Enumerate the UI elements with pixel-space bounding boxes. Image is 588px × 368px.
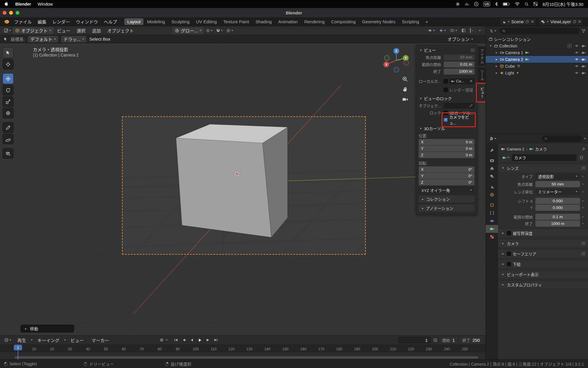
duplicate-icon[interactable] — [525, 20, 529, 24]
view-lock-header[interactable]: ▾ ビューのロック — [419, 95, 475, 102]
workspace-tab-scripting[interactable]: Scripting — [399, 18, 422, 25]
jump-next-keyframe-button[interactable] — [204, 337, 211, 343]
decorator-dot[interactable] — [580, 223, 585, 224]
viewport-3d[interactable]: カメラ・透視投影 (1) Collection | Camera 2 — [0, 43, 485, 335]
navigation-gizmo[interactable]: Z X Y — [382, 46, 410, 74]
lens-section-header[interactable]: ▾ レンズ — [498, 164, 588, 172]
tab-scene[interactable] — [486, 183, 498, 191]
pivot-point-dropdown[interactable] — [204, 27, 214, 34]
use-preview-range-icon[interactable] — [433, 338, 437, 342]
shading-dropdown-caret[interactable] — [479, 30, 481, 31]
tool-measure[interactable] — [3, 134, 14, 144]
section-safe-areas[interactable]: ▸ セーフエリア — [498, 249, 588, 258]
background-images-checkbox[interactable] — [507, 262, 511, 266]
cursor-rot-z-field[interactable]: Z0° — [419, 179, 475, 185]
workspace-tab-uv-editing[interactable]: UV Editing — [193, 18, 220, 25]
clip-start-field[interactable]: 0.1 m — [535, 214, 580, 220]
decorator-dot[interactable] — [580, 207, 585, 208]
tab-physics[interactable] — [486, 217, 498, 225]
focal-length-field[interactable]: 50 mm — [444, 54, 475, 60]
properties-editor-type-button[interactable] — [488, 135, 498, 142]
breadcrumb-data[interactable]: カメラ — [535, 146, 547, 152]
keying-caret[interactable] — [166, 339, 168, 341]
disable-render-camera-icon[interactable] — [582, 57, 586, 62]
disable-render-camera-icon[interactable] — [582, 44, 586, 48]
cursor-panel-header[interactable]: ▾ 3Dカーソル — [419, 125, 475, 132]
local-camera-checkbox[interactable] — [444, 79, 448, 83]
safe-areas-checkbox[interactable] — [507, 252, 511, 256]
camera-view-button[interactable] — [402, 96, 408, 102]
workspace-tab-geometry-nodes[interactable]: Geometry Nodes — [359, 18, 398, 25]
timeline-menu-playback[interactable]: 再生 — [14, 337, 29, 343]
workspace-tab-modeling[interactable]: Modeling — [144, 18, 168, 25]
fake-user-button[interactable] — [578, 154, 585, 161]
menu-edit[interactable]: 編集 — [35, 19, 49, 25]
expand-icon[interactable]: ▸ — [495, 64, 499, 68]
hide-eye-icon[interactable] — [574, 71, 579, 75]
menu-render[interactable]: レンダー — [49, 19, 73, 25]
menubar-clock[interactable]: 8月10日(水) 午後3:30 — [542, 1, 583, 7]
battery-icon[interactable] — [503, 2, 510, 6]
tab-constraints[interactable] — [486, 209, 498, 217]
status-circle-icon[interactable] — [455, 2, 460, 6]
bluetooth-icon[interactable] — [495, 2, 498, 6]
properties-options-caret[interactable] — [584, 138, 586, 139]
local-camera-field[interactable]: Ca... ✕ — [449, 78, 475, 84]
cursor-loc-z-field[interactable]: Z0 m — [419, 152, 475, 158]
tab-tool[interactable] — [486, 146, 498, 154]
expand-icon[interactable]: ▾ — [489, 44, 493, 48]
section-depth-of-field[interactable]: ▸ 被写界深度 — [498, 229, 588, 237]
viewport-menu-object[interactable]: オブジェクト — [104, 27, 137, 34]
focal-length-field[interactable]: 50 mm — [535, 181, 580, 187]
timeline-menu-marker[interactable]: マーカー — [88, 337, 112, 343]
outliner-row-collection[interactable]: ▾ Collection ✓ — [486, 42, 588, 49]
operator-redo-panel[interactable]: ▸ 移動 — [21, 325, 74, 332]
panel-grip-icon[interactable] — [582, 252, 585, 255]
breadcrumb-object[interactable]: Camera 2 — [507, 147, 524, 151]
add-workspace-button[interactable]: + — [422, 18, 431, 25]
pin-icon[interactable] — [582, 147, 585, 151]
camera-to-view-checkbox[interactable]: ✓ — [444, 118, 448, 122]
eyedropper-icon[interactable] — [469, 104, 473, 107]
proportional-edit-toggle[interactable] — [225, 27, 235, 34]
filter-funnel-icon[interactable] — [582, 29, 586, 33]
collection-panel-header[interactable]: ▸ コレクション — [419, 195, 475, 203]
id-name-field[interactable]: カメラ — [512, 154, 577, 161]
frame-start-field[interactable]: 開始1 — [440, 337, 457, 343]
mode-dropdown[interactable]: オブジェクト — [13, 27, 54, 34]
overlays-dropdown[interactable] — [449, 27, 459, 34]
menu-file[interactable]: ファイル — [11, 19, 35, 25]
collection-exclude-checkbox[interactable]: ✓ — [567, 44, 572, 48]
outliner-row-scene-collection[interactable]: シーンコレクション — [486, 36, 588, 42]
menu-help[interactable]: ヘルプ — [101, 19, 120, 25]
shift-y-field[interactable]: 0.000 — [535, 205, 580, 211]
decorator-dot[interactable] — [580, 176, 585, 177]
sidebar-tab-tool[interactable]: ツール — [478, 67, 485, 84]
tool-options-dropdown[interactable]: オプション — [447, 36, 482, 42]
object-visibility-dropdown[interactable] — [426, 27, 436, 34]
menu-window[interactable]: ウィンドウ — [73, 19, 101, 25]
workspace-tab-layout[interactable]: Layout — [124, 18, 143, 25]
sidebar-tab-item[interactable]: アイテム — [478, 46, 485, 66]
disable-render-camera-icon[interactable] — [582, 71, 586, 75]
coord-system-dropdown[interactable]: デフォルト — [28, 36, 58, 42]
snap-toggle[interactable] — [215, 27, 224, 34]
wifi-icon[interactable] — [515, 2, 520, 6]
lens-type-dropdown[interactable]: 透視投影 — [535, 173, 580, 180]
annotation-panel-header[interactable]: ▸ アノテーション — [419, 205, 475, 212]
dof-checkbox[interactable] — [507, 231, 511, 235]
panel-grip-icon[interactable] — [582, 167, 585, 169]
tool-move[interactable] — [3, 73, 14, 84]
tool-scale[interactable] — [3, 96, 14, 107]
gizmo-dropdown[interactable] — [437, 27, 447, 34]
tab-render[interactable] — [486, 157, 498, 165]
panel-grip-icon[interactable] — [582, 242, 585, 245]
decorator-dot[interactable] — [580, 216, 585, 218]
transform-orientation-dropdown[interactable]: グロー... — [173, 27, 204, 34]
playhead-frame-badge[interactable]: 1 — [14, 345, 22, 350]
timeline-ruler[interactable]: 1102030405060708090100110120130140150160… — [0, 344, 485, 353]
id-browse-button[interactable] — [501, 154, 511, 161]
gizmo-x-label[interactable]: X — [385, 63, 387, 66]
zoom-button[interactable] — [402, 76, 408, 82]
section-custom-properties[interactable]: ▸ カスタムプロパティ — [498, 280, 588, 289]
